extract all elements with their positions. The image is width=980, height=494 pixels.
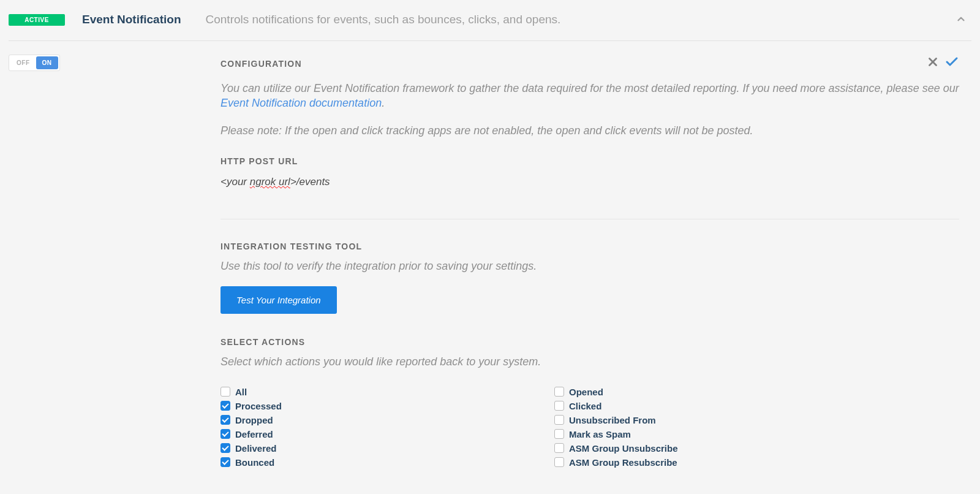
action-checkbox[interactable] xyxy=(221,401,230,411)
section-header: ACTIVE Event Notification Controls notif… xyxy=(9,0,971,41)
action-label: All xyxy=(235,387,247,397)
action-label: Unsubscribed From xyxy=(569,415,656,425)
action-label: Dropped xyxy=(235,415,273,425)
collapse-chevron-icon[interactable] xyxy=(951,11,971,28)
action-item: Unsubscribed From xyxy=(554,415,888,425)
action-label: Deferred xyxy=(235,429,273,439)
select-actions-help: Select which actions you would like repo… xyxy=(221,355,959,368)
action-checkbox[interactable] xyxy=(554,401,564,411)
action-item: Delivered xyxy=(221,443,554,454)
action-item: Deferred xyxy=(221,429,554,439)
action-item: Bounced xyxy=(221,457,554,468)
action-checkbox[interactable] xyxy=(554,457,564,467)
action-item: Clicked xyxy=(554,401,888,411)
action-checkbox[interactable] xyxy=(221,429,230,439)
enable-toggle[interactable]: OFF ON xyxy=(9,55,60,71)
action-item: All xyxy=(221,387,554,397)
configuration-description: You can utilize our Event Notification f… xyxy=(221,81,959,111)
action-item: ASM Group Unsubscribe xyxy=(554,443,888,454)
action-item: Dropped xyxy=(221,415,554,425)
action-checkbox[interactable] xyxy=(554,443,564,453)
action-label: Mark as Spam xyxy=(569,429,631,439)
toggle-off[interactable]: OFF xyxy=(10,56,36,69)
action-label: Processed xyxy=(235,401,282,411)
configuration-note: Please note: If the open and click track… xyxy=(221,123,959,138)
test-integration-button[interactable]: Test Your Integration xyxy=(221,286,337,314)
action-label: ASM Group Resubscribe xyxy=(569,457,677,468)
section-divider xyxy=(221,219,959,219)
status-badge: ACTIVE xyxy=(9,14,65,26)
http-post-url-value[interactable]: <your ngrok url>/events xyxy=(221,176,959,188)
section-title: Event Notification xyxy=(82,13,181,26)
confirm-icon[interactable] xyxy=(944,55,959,72)
action-label: Opened xyxy=(569,387,603,397)
action-label: Delivered xyxy=(235,443,277,454)
action-checkbox[interactable] xyxy=(221,415,230,425)
action-label: ASM Group Unsubscribe xyxy=(569,443,678,454)
action-checkbox[interactable] xyxy=(554,429,564,439)
action-label: Clicked xyxy=(569,401,601,411)
action-item: Processed xyxy=(221,401,554,411)
action-item: Opened xyxy=(554,387,888,397)
cancel-icon[interactable] xyxy=(926,55,940,72)
action-checkbox[interactable] xyxy=(221,387,230,397)
configuration-heading: CONFIGURATION xyxy=(221,59,302,69)
action-label: Bounced xyxy=(235,457,274,468)
documentation-link[interactable]: Event Notification documentation xyxy=(221,97,382,109)
select-actions-heading: SELECT ACTIONS xyxy=(221,337,959,347)
action-checkbox[interactable] xyxy=(554,415,564,425)
http-post-url-heading: HTTP POST URL xyxy=(221,156,959,166)
action-checkbox[interactable] xyxy=(221,457,230,467)
action-item: ASM Group Resubscribe xyxy=(554,457,888,468)
integration-help: Use this tool to verify the integration … xyxy=(221,260,959,273)
action-checkbox[interactable] xyxy=(554,387,564,397)
integration-heading: INTEGRATION TESTING TOOL xyxy=(221,241,959,251)
section-description: Controls notifications for events, such … xyxy=(206,13,951,26)
action-item: Mark as Spam xyxy=(554,429,888,439)
toggle-on[interactable]: ON xyxy=(36,56,58,69)
action-checkbox[interactable] xyxy=(221,443,230,453)
